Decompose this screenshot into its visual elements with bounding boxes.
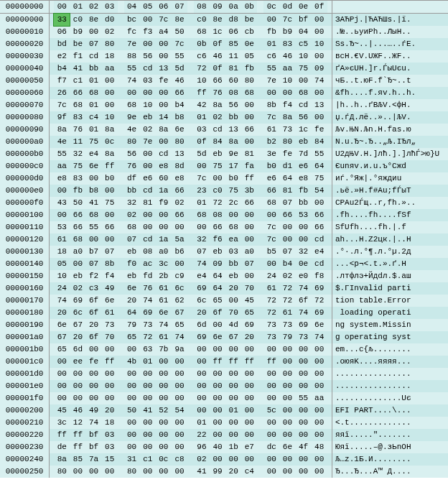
header-col-03[interactable]: 03: [102, 1, 118, 14]
hex-cell[interactable]: 1a: [156, 233, 172, 246]
hex-cell[interactable]: 64: [210, 270, 225, 282]
ascii-cell[interactable]: чБ..t.юF.f`Ђ~..t: [332, 75, 448, 87]
hex-cell[interactable]: d0: [102, 14, 118, 27]
hex-cell[interactable]: 63: [140, 343, 156, 356]
hex-cell[interactable]: eb: [296, 136, 312, 148]
hex-cell[interactable]: 00: [70, 368, 85, 380]
hex-cell[interactable]: 83: [70, 172, 85, 185]
hex-cell[interactable]: 75: [85, 136, 101, 148]
ascii-cell[interactable]: tion table.Error: [332, 295, 448, 307]
hex-cell[interactable]: 00: [172, 441, 187, 453]
hex-cell[interactable]: 00: [140, 417, 156, 429]
hex-cell[interactable]: 7d: [296, 148, 312, 160]
hex-cell[interactable]: d1: [279, 160, 295, 172]
hex-cell[interactable]: bb: [124, 185, 140, 197]
hex-cell[interactable]: eb: [124, 270, 140, 282]
ascii-cell[interactable]: g operating syst: [332, 331, 448, 343]
hex-cell[interactable]: 6c: [172, 282, 187, 295]
hex-cell[interactable]: 81: [241, 148, 257, 160]
hex-cell[interactable]: 01: [194, 197, 210, 209]
hex-cell[interactable]: c1: [140, 453, 156, 466]
row-offset[interactable]: 00000000: [0, 14, 50, 27]
hex-cell[interactable]: 8e: [172, 14, 187, 27]
hex-cell[interactable]: 61: [156, 282, 172, 295]
hex-cell[interactable]: 8a: [156, 124, 172, 136]
hex-cell[interactable]: 00: [102, 368, 118, 380]
hex-cell[interactable]: 8e: [210, 14, 225, 27]
hex-cell[interactable]: 00: [312, 466, 327, 478]
header-col-06[interactable]: 06: [156, 1, 172, 14]
row-offset[interactable]: 00000160: [0, 282, 50, 295]
hex-cell[interactable]: 00: [225, 343, 241, 356]
hex-cell[interactable]: 07: [241, 258, 257, 270]
hex-cell[interactable]: 48: [312, 441, 327, 453]
hex-cell[interactable]: 61: [156, 295, 172, 307]
hex-cell[interactable]: cb: [241, 26, 257, 38]
hex-cell[interactable]: 00: [210, 343, 225, 356]
hex-cell[interactable]: 32: [70, 148, 85, 160]
hex-cell[interactable]: 20: [225, 282, 241, 295]
hex-cell[interactable]: 00: [312, 50, 327, 63]
hex-cell[interactable]: bd: [54, 38, 70, 50]
hex-cell[interactable]: 00: [124, 429, 140, 441]
hex-cell[interactable]: 8a: [225, 136, 241, 148]
hex-cell[interactable]: 72: [210, 197, 225, 209]
hex-cell[interactable]: 1c: [296, 124, 312, 136]
header-col-09[interactable]: 09: [210, 1, 225, 14]
hex-cell[interactable]: eb: [210, 148, 225, 160]
hex-cell[interactable]: aa: [279, 63, 295, 75]
hex-cell[interactable]: 00: [140, 87, 156, 99]
hex-cell[interactable]: 66: [70, 209, 85, 221]
hex-cell[interactable]: 00: [296, 221, 312, 233]
ascii-cell[interactable]: аh...Н.Z2цк.|..Н: [332, 233, 448, 246]
hex-cell[interactable]: 66: [279, 209, 295, 221]
hex-cell[interactable]: 00: [225, 295, 241, 307]
hex-cell[interactable]: 41: [194, 466, 210, 478]
hex-cell[interactable]: 84: [210, 136, 225, 148]
hex-cell[interactable]: 69: [296, 319, 312, 331]
hex-cell[interactable]: 8a: [54, 124, 70, 136]
hex-cell[interactable]: 00: [225, 380, 241, 392]
hex-cell[interactable]: 40: [210, 441, 225, 453]
ascii-cell[interactable]: Юяї.....–@.зЬnOH: [332, 441, 448, 453]
hex-cell[interactable]: 00: [102, 466, 118, 478]
hex-cell[interactable]: ff: [102, 356, 118, 368]
hex-cell[interactable]: c4: [241, 466, 257, 478]
hex-cell[interactable]: 07: [194, 246, 210, 258]
row-offset[interactable]: 000001b0: [0, 343, 50, 356]
ascii-cell[interactable]: EFI PART....\...: [332, 404, 448, 417]
hex-cell[interactable]: 00: [156, 38, 172, 50]
hex-cell[interactable]: 80: [54, 466, 70, 478]
hex-cell[interactable]: 66: [241, 197, 257, 209]
hex-cell[interactable]: 00: [102, 87, 118, 99]
hex-cell[interactable]: 00: [172, 380, 187, 392]
hex-cell[interactable]: e8: [54, 172, 70, 185]
hex-cell[interactable]: 00: [225, 209, 241, 221]
hex-cell[interactable]: 00: [85, 392, 101, 404]
hex-cell[interactable]: 00: [140, 441, 156, 453]
hex-cell[interactable]: d8: [225, 14, 241, 27]
hex-cell[interactable]: 00: [225, 392, 241, 404]
hex-cell[interactable]: 00: [124, 343, 140, 356]
hex-cell[interactable]: 53: [54, 221, 70, 233]
hex-cell[interactable]: 69: [194, 282, 210, 295]
hex-cell[interactable]: f4: [102, 270, 118, 282]
hex-cell[interactable]: 67: [54, 331, 70, 343]
hex-cell[interactable]: 00: [225, 429, 241, 441]
hex-cell[interactable]: 00: [210, 392, 225, 404]
hex-cell[interactable]: 00: [85, 343, 101, 356]
hex-cell[interactable]: 01: [85, 99, 101, 111]
hex-cell[interactable]: 07: [102, 246, 118, 258]
hex-cell[interactable]: fd: [140, 270, 156, 282]
hex-cell[interactable]: 68: [70, 99, 85, 111]
header-col-07[interactable]: 07: [172, 1, 187, 14]
hex-cell[interactable]: 41: [70, 63, 85, 75]
hex-cell[interactable]: 7e: [263, 75, 279, 87]
hex-cell[interactable]: 00: [172, 356, 187, 368]
hex-cell[interactable]: 08: [210, 209, 225, 221]
hex-cell[interactable]: f2: [85, 270, 101, 282]
hex-cell[interactable]: 55: [172, 50, 187, 63]
hex-cell[interactable]: 00: [279, 380, 295, 392]
hex-cell[interactable]: 00: [279, 368, 295, 380]
hex-cell[interactable]: 64: [210, 282, 225, 295]
